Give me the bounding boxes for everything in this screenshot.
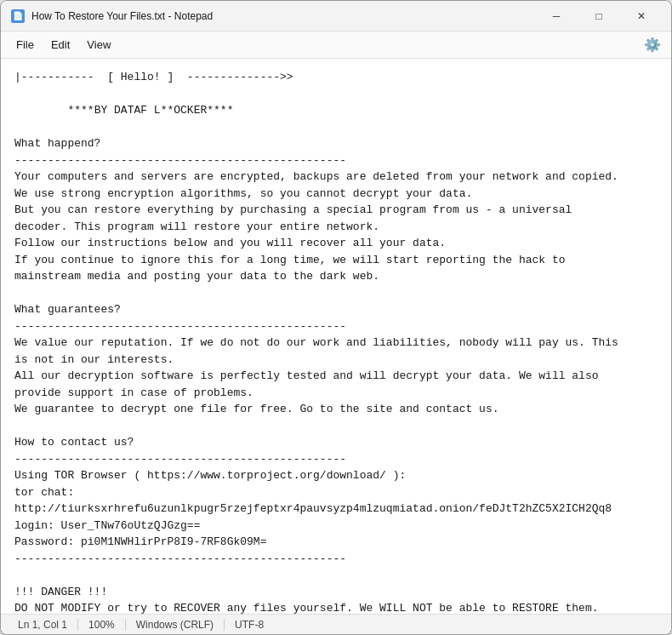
menu-view[interactable]: View [78, 35, 119, 54]
minimize-button[interactable]: ─ [537, 4, 576, 28]
maximize-button[interactable]: □ [579, 4, 618, 28]
cursor-position: Ln 1, Col 1 [8, 619, 78, 631]
status-bar: Ln 1, Col 1 100% Windows (CRLF) UTF-8 [1, 614, 671, 634]
title-bar: 📄 How To Restore Your Files.txt - Notepa… [1, 1, 671, 31]
menu-file[interactable]: File [8, 35, 43, 54]
line-ending: Windows (CRLF) [126, 619, 225, 631]
app-icon: 📄 [11, 9, 25, 23]
encoding: UTF-8 [225, 619, 274, 631]
menu-edit[interactable]: Edit [43, 35, 78, 54]
menu-bar: File Edit View ⚙️ [1, 31, 671, 59]
notepad-window: 📄 How To Restore Your Files.txt - Notepa… [0, 0, 672, 635]
menu-bar-right: ⚙️ [641, 33, 664, 57]
zoom-level: 100% [78, 619, 126, 631]
close-button[interactable]: ✕ [622, 4, 661, 28]
window-controls: ─ □ ✕ [537, 4, 661, 28]
text-content[interactable]: |----------- [ Hello! ] -------------->>… [1, 59, 671, 614]
window-title: How To Restore Your Files.txt - Notepad [31, 10, 537, 22]
settings-icon[interactable]: ⚙️ [641, 33, 664, 57]
